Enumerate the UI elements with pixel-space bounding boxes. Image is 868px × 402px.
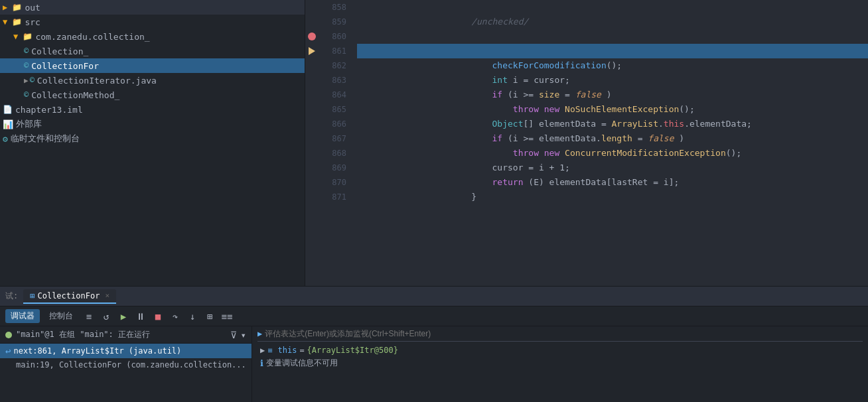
code-line-869: return (E) elementData[lastRet = i]; bbox=[357, 161, 868, 175]
tree-label-collectionmethod: CollectionMethod_ bbox=[31, 90, 119, 100]
toolbar-menu-icon[interactable]: ≡ bbox=[82, 310, 96, 323]
thread-item-label-next: next:861, ArrayList$Itr (java.util) bbox=[13, 346, 181, 356]
info-item-var: ℹ 变量调试信息不可用 bbox=[257, 356, 863, 370]
tree-label-collectioniterator: CollectionIterator.java bbox=[37, 76, 157, 86]
debug-panel: 试: ⊞ CollectionFor × 调试器 控制台 ≡ ↺ ▶ ⏸ ■ ↷… bbox=[0, 286, 868, 402]
stack-item-label-main: main:19, CollectionFor (com.zanedu.colle… bbox=[16, 360, 246, 369]
execution-point-861 bbox=[309, 47, 315, 55]
code-line-859 bbox=[357, 15, 868, 29]
filter-icon[interactable]: ⊽ bbox=[230, 330, 237, 340]
watch-expand-icon: ▶ bbox=[260, 346, 265, 355]
tree-label-src: src bbox=[25, 17, 40, 27]
folder-icon-out: ▶ 📁 bbox=[3, 3, 22, 12]
tree-label-temp-console: 临时文件和控制台 bbox=[11, 133, 80, 145]
line-num-859: 859 bbox=[324, 15, 346, 29]
file-tab-close[interactable]: × bbox=[105, 291, 109, 300]
breakpoint-gutter bbox=[305, 0, 319, 286]
console-icon: ⚙ bbox=[3, 134, 8, 144]
tree-item-collectionfor[interactable]: © CollectionFor bbox=[0, 58, 305, 73]
code-editor: 858 859 860 861 862 863 864 865 866 867 … bbox=[305, 0, 868, 286]
code-line-868: cursor = i + 1; bbox=[357, 146, 868, 161]
tree-item-src[interactable]: ▼ 📁 src bbox=[0, 15, 305, 29]
line-num-863: 863 bbox=[324, 73, 346, 88]
toolbar-step-over-icon[interactable]: ↷ bbox=[169, 310, 182, 323]
info-text-var: 变量调试信息不可用 bbox=[266, 358, 338, 369]
eval-bar: ▶ bbox=[257, 329, 863, 342]
dropdown-icon[interactable]: ▾ bbox=[241, 330, 246, 340]
line-num-862: 862 bbox=[324, 58, 346, 73]
debug-toolbar: 调试器 控制台 ≡ ↺ ▶ ⏸ ■ ↷ ↓ ⊞ ≡≡ bbox=[0, 306, 868, 326]
folder-icon-src: ▼ 📁 bbox=[3, 17, 22, 27]
line-num-864: 864 bbox=[324, 88, 346, 102]
file-tree: ▶ 📁 out ▼ 📁 src ▼ 📁 com.zanedu.collectio… bbox=[0, 0, 305, 286]
console-tab-btn[interactable]: 控制台 bbox=[44, 309, 78, 323]
code-content: /unchecked/ public E next() { checkForCo… bbox=[352, 0, 868, 286]
debug-threads-panel: "main"@1 在组 "main": 正在运行 ⊽ ▾ ↩ next:861,… bbox=[0, 326, 252, 402]
tree-item-temp-console[interactable]: ⚙ 临时文件和控制台 bbox=[0, 131, 305, 146]
tree-item-external-lib[interactable]: 📊 外部库 bbox=[0, 117, 305, 131]
code-line-864: throw new NoSuchElementException(); bbox=[357, 88, 868, 102]
toolbar-grid-icon[interactable]: ⊞ bbox=[203, 310, 216, 323]
line-numbers: 858 859 860 861 862 863 864 865 866 867 … bbox=[319, 0, 352, 286]
line-num-858: 858 bbox=[324, 0, 346, 15]
tree-label-iml: chapter13.iml bbox=[15, 105, 83, 115]
watch-item-this[interactable]: ▶ ≡ this = {ArrayList$Itr@500} bbox=[257, 344, 863, 356]
eval-input[interactable] bbox=[265, 329, 863, 338]
code-line-871 bbox=[357, 190, 868, 204]
thread-item-next[interactable]: ↩ next:861, ArrayList$Itr (java.util) bbox=[0, 344, 252, 358]
toolbar-pause-icon[interactable]: ⏸ bbox=[134, 310, 147, 323]
file-tab-icon: ⊞ bbox=[30, 291, 35, 301]
line-num-871: 871 bbox=[324, 190, 346, 204]
tree-item-collectioniterator[interactable]: ▶ © CollectionIterator.java bbox=[0, 73, 305, 88]
code-line-862: int i = cursor; bbox=[357, 58, 868, 73]
tree-item-iml[interactable]: 📄 chapter13.iml bbox=[0, 102, 305, 117]
tree-item-out[interactable]: ▶ 📁 out bbox=[0, 0, 305, 15]
toolbar-rerun-icon[interactable]: ↺ bbox=[100, 310, 113, 323]
debug-session-label: 试: bbox=[5, 291, 18, 302]
code-line-866: if (i >= elementData.length = false ) bbox=[357, 117, 868, 131]
watch-icon-list: ≡ bbox=[267, 346, 272, 355]
code-line-863: if (i >= size = false ) bbox=[357, 73, 868, 88]
toolbar-resume-icon[interactable]: ▶ bbox=[117, 310, 130, 323]
line-num-861: 861 bbox=[324, 44, 346, 58]
code-line-858: /unchecked/ bbox=[357, 0, 868, 15]
running-status-dot bbox=[5, 332, 12, 338]
main-layout: ▶ 📁 out ▼ 📁 src ▼ 📁 com.zanedu.collectio… bbox=[0, 0, 868, 286]
tree-item-collectionmethod[interactable]: © CollectionMethod_ bbox=[0, 88, 305, 102]
java-icon-collectioniterator: © bbox=[30, 76, 35, 85]
breakpoint-marker-860 bbox=[308, 33, 316, 40]
debug-content: "main"@1 在组 "main": 正在运行 ⊽ ▾ ↩ next:861,… bbox=[0, 326, 868, 402]
code-line-870: } bbox=[357, 175, 868, 190]
debug-filter-bar: "main"@1 在组 "main": 正在运行 ⊽ ▾ bbox=[0, 326, 252, 344]
tree-label-collection: Collection_ bbox=[31, 46, 88, 56]
class-icon-collection: © bbox=[24, 46, 29, 56]
tree-label-out: out bbox=[25, 3, 40, 13]
line-num-867: 867 bbox=[324, 131, 346, 146]
stack-item-main[interactable]: main:19, CollectionFor (com.zanedu.colle… bbox=[0, 358, 252, 371]
code-line-860: public E next() { bbox=[357, 29, 868, 44]
code-view[interactable]: 858 859 860 861 862 863 864 865 866 867 … bbox=[305, 0, 868, 286]
info-icon: ℹ bbox=[260, 358, 263, 368]
toolbar-step-into-icon[interactable]: ↓ bbox=[186, 310, 199, 323]
line-num-866: 866 bbox=[324, 117, 346, 131]
debugger-tab-btn[interactable]: 调试器 bbox=[5, 309, 40, 323]
code-line-865: Object[] elementData = ArrayList.this.el… bbox=[357, 102, 868, 117]
toolbar-stop-icon[interactable]: ■ bbox=[151, 310, 165, 323]
watch-var-val-this: {ArrayList$Itr@500} bbox=[307, 346, 398, 355]
code-line-867: throw new ConcurrentModificationExceptio… bbox=[357, 131, 868, 146]
tree-item-package[interactable]: ▼ 📁 com.zanedu.collection_ bbox=[0, 29, 305, 44]
lib-icon: 📊 bbox=[3, 119, 13, 129]
expand-icon-collectioniterator: ▶ bbox=[24, 76, 29, 85]
redo-icon: ↩ bbox=[5, 346, 11, 356]
watch-content: ▶ ≡ this = {ArrayList$Itr@500} ℹ 变量调试信息不… bbox=[257, 342, 863, 399]
tree-label-collectionfor: CollectionFor bbox=[31, 61, 99, 71]
tree-label-external-lib: 外部库 bbox=[16, 118, 42, 130]
iml-icon: 📄 bbox=[3, 105, 13, 114]
file-tab-label: CollectionFor bbox=[37, 291, 100, 301]
debug-tabs-bar: 试: ⊞ CollectionFor × bbox=[0, 287, 868, 306]
thread-list: ↩ next:861, ArrayList$Itr (java.util) ma… bbox=[0, 344, 252, 402]
toolbar-list-icon[interactable]: ≡≡ bbox=[220, 310, 234, 323]
tree-item-collection[interactable]: © Collection_ bbox=[0, 44, 305, 58]
file-tab[interactable]: ⊞ CollectionFor × bbox=[23, 289, 116, 304]
thread-status-text: "main"@1 在组 "main": 正在运行 bbox=[16, 329, 226, 340]
